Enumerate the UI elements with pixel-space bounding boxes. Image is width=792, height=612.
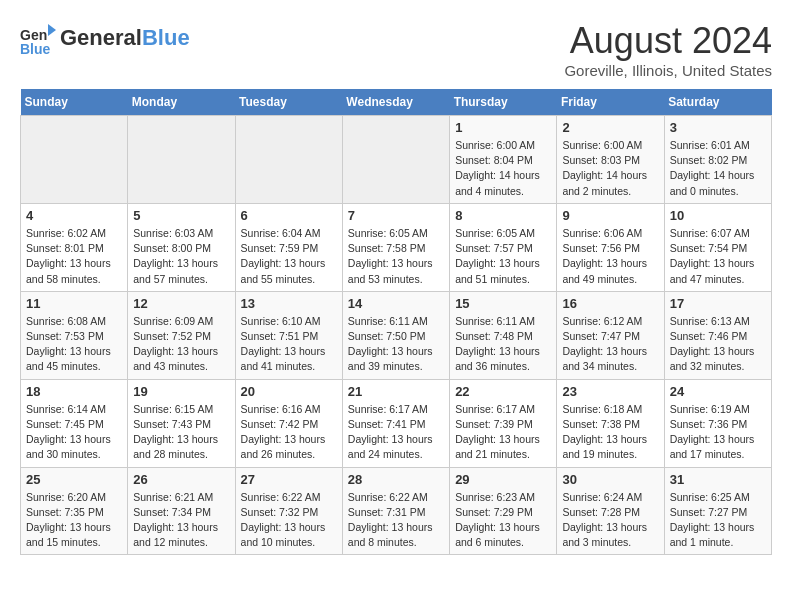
- day-number: 24: [670, 384, 766, 399]
- col-header-sunday: Sunday: [21, 89, 128, 116]
- logo-icon: Gen Blue: [20, 20, 56, 56]
- calendar-cell: 16Sunrise: 6:12 AMSunset: 7:47 PMDayligh…: [557, 291, 664, 379]
- week-row-4: 18Sunrise: 6:14 AMSunset: 7:45 PMDayligh…: [21, 379, 772, 467]
- day-info: Sunrise: 6:23 AMSunset: 7:29 PMDaylight:…: [455, 490, 551, 551]
- day-number: 2: [562, 120, 658, 135]
- calendar-table: SundayMondayTuesdayWednesdayThursdayFrid…: [20, 89, 772, 555]
- day-info: Sunrise: 6:15 AMSunset: 7:43 PMDaylight:…: [133, 402, 229, 463]
- day-number: 12: [133, 296, 229, 311]
- day-info: Sunrise: 6:20 AMSunset: 7:35 PMDaylight:…: [26, 490, 122, 551]
- calendar-cell: 11Sunrise: 6:08 AMSunset: 7:53 PMDayligh…: [21, 291, 128, 379]
- day-info: Sunrise: 6:00 AMSunset: 8:03 PMDaylight:…: [562, 138, 658, 199]
- day-number: 22: [455, 384, 551, 399]
- day-info: Sunrise: 6:11 AMSunset: 7:50 PMDaylight:…: [348, 314, 444, 375]
- calendar-cell: [235, 116, 342, 204]
- calendar-cell: 2Sunrise: 6:00 AMSunset: 8:03 PMDaylight…: [557, 116, 664, 204]
- day-number: 30: [562, 472, 658, 487]
- day-number: 1: [455, 120, 551, 135]
- col-header-monday: Monday: [128, 89, 235, 116]
- day-info: Sunrise: 6:25 AMSunset: 7:27 PMDaylight:…: [670, 490, 766, 551]
- calendar-cell: 8Sunrise: 6:05 AMSunset: 7:57 PMDaylight…: [450, 203, 557, 291]
- day-info: Sunrise: 6:21 AMSunset: 7:34 PMDaylight:…: [133, 490, 229, 551]
- day-number: 6: [241, 208, 337, 223]
- day-number: 11: [26, 296, 122, 311]
- calendar-cell: 13Sunrise: 6:10 AMSunset: 7:51 PMDayligh…: [235, 291, 342, 379]
- day-number: 3: [670, 120, 766, 135]
- day-number: 4: [26, 208, 122, 223]
- day-info: Sunrise: 6:01 AMSunset: 8:02 PMDaylight:…: [670, 138, 766, 199]
- day-number: 10: [670, 208, 766, 223]
- day-info: Sunrise: 6:05 AMSunset: 7:57 PMDaylight:…: [455, 226, 551, 287]
- day-number: 13: [241, 296, 337, 311]
- day-number: 17: [670, 296, 766, 311]
- calendar-cell: 9Sunrise: 6:06 AMSunset: 7:56 PMDaylight…: [557, 203, 664, 291]
- day-number: 7: [348, 208, 444, 223]
- calendar-cell: [21, 116, 128, 204]
- svg-text:Blue: Blue: [20, 41, 51, 56]
- calendar-cell: 28Sunrise: 6:22 AMSunset: 7:31 PMDayligh…: [342, 467, 449, 555]
- day-number: 14: [348, 296, 444, 311]
- calendar-cell: 12Sunrise: 6:09 AMSunset: 7:52 PMDayligh…: [128, 291, 235, 379]
- calendar-cell: 5Sunrise: 6:03 AMSunset: 8:00 PMDaylight…: [128, 203, 235, 291]
- day-number: 18: [26, 384, 122, 399]
- day-info: Sunrise: 6:12 AMSunset: 7:47 PMDaylight:…: [562, 314, 658, 375]
- day-info: Sunrise: 6:17 AMSunset: 7:41 PMDaylight:…: [348, 402, 444, 463]
- day-info: Sunrise: 6:22 AMSunset: 7:32 PMDaylight:…: [241, 490, 337, 551]
- day-info: Sunrise: 6:05 AMSunset: 7:58 PMDaylight:…: [348, 226, 444, 287]
- calendar-cell: 15Sunrise: 6:11 AMSunset: 7:48 PMDayligh…: [450, 291, 557, 379]
- svg-marker-2: [48, 24, 56, 36]
- day-number: 28: [348, 472, 444, 487]
- day-number: 9: [562, 208, 658, 223]
- calendar-cell: 31Sunrise: 6:25 AMSunset: 7:27 PMDayligh…: [664, 467, 771, 555]
- week-row-1: 1Sunrise: 6:00 AMSunset: 8:04 PMDaylight…: [21, 116, 772, 204]
- header-row: SundayMondayTuesdayWednesdayThursdayFrid…: [21, 89, 772, 116]
- day-info: Sunrise: 6:22 AMSunset: 7:31 PMDaylight:…: [348, 490, 444, 551]
- day-number: 27: [241, 472, 337, 487]
- day-info: Sunrise: 6:14 AMSunset: 7:45 PMDaylight:…: [26, 402, 122, 463]
- calendar-cell: 3Sunrise: 6:01 AMSunset: 8:02 PMDaylight…: [664, 116, 771, 204]
- day-number: 21: [348, 384, 444, 399]
- calendar-cell: 18Sunrise: 6:14 AMSunset: 7:45 PMDayligh…: [21, 379, 128, 467]
- day-info: Sunrise: 6:10 AMSunset: 7:51 PMDaylight:…: [241, 314, 337, 375]
- calendar-cell: 25Sunrise: 6:20 AMSunset: 7:35 PMDayligh…: [21, 467, 128, 555]
- calendar-cell: [128, 116, 235, 204]
- day-number: 23: [562, 384, 658, 399]
- col-header-thursday: Thursday: [450, 89, 557, 116]
- col-header-tuesday: Tuesday: [235, 89, 342, 116]
- title-area: August 2024 Goreville, Illinois, United …: [564, 20, 772, 79]
- day-info: Sunrise: 6:06 AMSunset: 7:56 PMDaylight:…: [562, 226, 658, 287]
- logo-text: GeneralBlue: [60, 26, 190, 50]
- calendar-cell: 19Sunrise: 6:15 AMSunset: 7:43 PMDayligh…: [128, 379, 235, 467]
- day-info: Sunrise: 6:19 AMSunset: 7:36 PMDaylight:…: [670, 402, 766, 463]
- page-header: Gen Blue GeneralBlue August 2024 Gorevil…: [20, 20, 772, 79]
- calendar-cell: 4Sunrise: 6:02 AMSunset: 8:01 PMDaylight…: [21, 203, 128, 291]
- week-row-5: 25Sunrise: 6:20 AMSunset: 7:35 PMDayligh…: [21, 467, 772, 555]
- col-header-wednesday: Wednesday: [342, 89, 449, 116]
- calendar-cell: 23Sunrise: 6:18 AMSunset: 7:38 PMDayligh…: [557, 379, 664, 467]
- calendar-cell: 10Sunrise: 6:07 AMSunset: 7:54 PMDayligh…: [664, 203, 771, 291]
- day-number: 25: [26, 472, 122, 487]
- day-info: Sunrise: 6:00 AMSunset: 8:04 PMDaylight:…: [455, 138, 551, 199]
- day-info: Sunrise: 6:04 AMSunset: 7:59 PMDaylight:…: [241, 226, 337, 287]
- day-number: 26: [133, 472, 229, 487]
- logo-blue: Blue: [142, 25, 190, 50]
- calendar-cell: 29Sunrise: 6:23 AMSunset: 7:29 PMDayligh…: [450, 467, 557, 555]
- calendar-cell: 21Sunrise: 6:17 AMSunset: 7:41 PMDayligh…: [342, 379, 449, 467]
- day-info: Sunrise: 6:03 AMSunset: 8:00 PMDaylight:…: [133, 226, 229, 287]
- logo: Gen Blue GeneralBlue: [20, 20, 190, 56]
- calendar-cell: 14Sunrise: 6:11 AMSunset: 7:50 PMDayligh…: [342, 291, 449, 379]
- day-number: 5: [133, 208, 229, 223]
- day-number: 16: [562, 296, 658, 311]
- day-number: 20: [241, 384, 337, 399]
- logo-general: General: [60, 25, 142, 50]
- location: Goreville, Illinois, United States: [564, 62, 772, 79]
- calendar-cell: 7Sunrise: 6:05 AMSunset: 7:58 PMDaylight…: [342, 203, 449, 291]
- calendar-body: 1Sunrise: 6:00 AMSunset: 8:04 PMDaylight…: [21, 116, 772, 555]
- col-header-friday: Friday: [557, 89, 664, 116]
- day-number: 8: [455, 208, 551, 223]
- calendar-cell: 27Sunrise: 6:22 AMSunset: 7:32 PMDayligh…: [235, 467, 342, 555]
- month-year: August 2024: [564, 20, 772, 62]
- calendar-header: SundayMondayTuesdayWednesdayThursdayFrid…: [21, 89, 772, 116]
- day-info: Sunrise: 6:11 AMSunset: 7:48 PMDaylight:…: [455, 314, 551, 375]
- calendar-cell: 22Sunrise: 6:17 AMSunset: 7:39 PMDayligh…: [450, 379, 557, 467]
